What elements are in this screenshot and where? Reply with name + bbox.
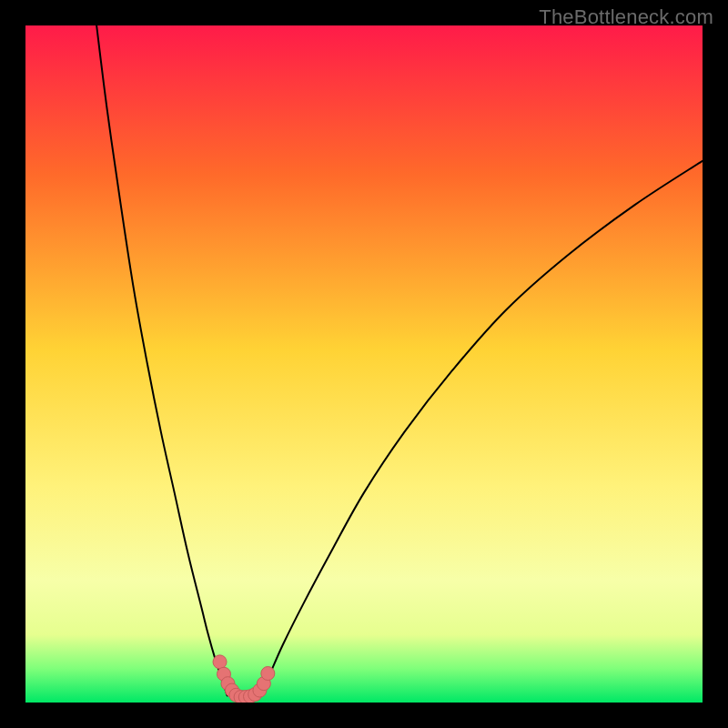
bottleneck-chart [25,25,703,703]
valley-marker [261,667,275,681]
watermark-text: TheBottleneck.com [539,5,713,29]
gradient-background [25,25,703,703]
valley-marker [213,655,227,669]
chart-frame: TheBottleneck.com [0,0,728,728]
